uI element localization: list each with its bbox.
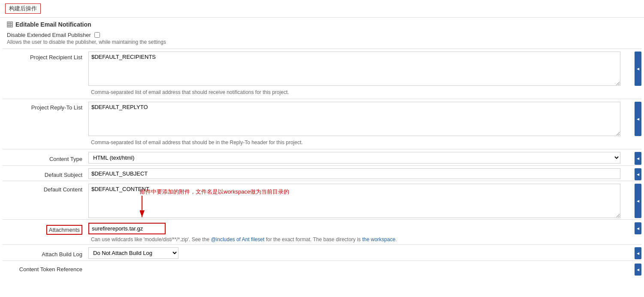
recipient-textarea[interactable]: $DEFAULT_RECIPIENTS	[88, 52, 620, 86]
attachments-row: Attachments surefirereports.tar.gz ◀	[3, 220, 641, 236]
replyto-label: Project Reply-To List	[3, 102, 88, 111]
page-title: 构建后操作	[5, 3, 41, 14]
replyto-hint: Comma-separated list of email address th…	[3, 139, 641, 147]
drag-handle-icon[interactable]	[7, 21, 13, 27]
page-header-area: 构建后操作	[0, 0, 644, 17]
default-subject-side-btn[interactable]: ◀	[635, 168, 641, 180]
attachments-hint-middle: for the exact format. The base directory…	[264, 236, 362, 242]
section-title-area: Editable Email Notification	[3, 18, 641, 30]
default-content-row: Default Content $DEFAULT_CONTENT 邮件中要添加的…	[3, 181, 641, 219]
default-content-side-btn[interactable]: ◀	[635, 184, 641, 218]
content-type-control: HTML (text/html) Plain Text (text/plain)…	[88, 152, 633, 164]
content-token-label: Content Token Reference	[3, 264, 88, 273]
attachments-hint-link1[interactable]: @includes of Ant fileset	[211, 236, 264, 242]
attachments-hint: Can use wildcards like 'module/dist/**/*…	[3, 236, 641, 242]
default-subject-input[interactable]: $DEFAULT_SUBJECT	[88, 168, 620, 179]
default-content-section: Default Content $DEFAULT_CONTENT 邮件中要添加的…	[3, 181, 641, 219]
content-token-side-btn[interactable]: ◀	[635, 264, 641, 276]
default-content-label: Default Content	[3, 184, 88, 193]
replyto-row: Project Reply-To List $DEFAULT_REPLYTO ◀	[3, 99, 641, 137]
disable-extended-row: Disable Extended Email Publisher	[3, 30, 641, 38]
attachments-label: Attachments	[46, 225, 82, 235]
attachments-input[interactable]: surefirereports.tar.gz	[88, 223, 166, 234]
content-type-side-btn[interactable]: ◀	[635, 152, 641, 165]
recipient-row: Project Recipient List $DEFAULT_RECIPIEN…	[3, 49, 641, 87]
main-content: Editable Email Notification Disable Exte…	[0, 18, 644, 274]
recipient-label: Project Recipient List	[3, 52, 88, 61]
attach-build-log-control: Do Not Attach Build Log Attach Build Log…	[88, 247, 633, 259]
disable-extended-hint: Allows the user to disable the publisher…	[3, 38, 641, 47]
attachments-hint-prefix: Can use wildcards like 'module/dist/**/*…	[91, 236, 211, 242]
disable-extended-checkbox[interactable]	[94, 32, 100, 38]
section-title-text: Editable Email Notification	[15, 21, 91, 28]
replyto-control: $DEFAULT_REPLYTO	[88, 102, 633, 137]
recipient-hint: Comma-separated list of email address th…	[3, 88, 641, 97]
default-subject-label: Default Subject	[3, 169, 88, 178]
content-type-select[interactable]: HTML (text/html) Plain Text (text/plain)…	[88, 152, 620, 164]
disable-extended-label: Disable Extended Email Publisher	[7, 32, 91, 38]
default-subject-row: Default Subject $DEFAULT_SUBJECT ◀	[3, 166, 641, 181]
default-subject-control: $DEFAULT_SUBJECT	[88, 168, 633, 179]
attachments-hint-suffix: .	[396, 236, 397, 242]
replyto-side-btn[interactable]: ◀	[635, 102, 641, 136]
attach-build-log-label: Attach Build Log	[3, 249, 88, 258]
attach-build-log-row: Attach Build Log Do Not Attach Build Log…	[3, 245, 641, 261]
default-content-textarea[interactable]: $DEFAULT_CONTENT	[88, 184, 620, 218]
attachments-label-wrapper: Attachments	[3, 222, 88, 235]
default-content-control: $DEFAULT_CONTENT 邮件中要添加的附件，文件名是以workspac…	[88, 184, 633, 219]
attachments-side-btn[interactable]: ◀	[635, 222, 641, 234]
content-type-row: Content Type HTML (text/html) Plain Text…	[3, 149, 641, 165]
attach-build-log-side-btn[interactable]: ◀	[635, 247, 641, 259]
attach-build-log-select[interactable]: Do Not Attach Build Log Attach Build Log…	[88, 247, 178, 259]
attachments-hint-link2[interactable]: the workspace	[362, 236, 395, 242]
replyto-textarea[interactable]: $DEFAULT_REPLYTO	[88, 102, 620, 136]
attachments-control: surefirereports.tar.gz	[88, 223, 633, 234]
content-token-row: Content Token Reference ◀	[3, 261, 641, 274]
page-container: 构建后操作 Editable Email Notification Disabl…	[0, 0, 644, 297]
content-type-label: Content Type	[3, 153, 88, 162]
recipient-control: $DEFAULT_RECIPIENTS	[88, 52, 633, 87]
recipient-side-btn[interactable]: ◀	[635, 52, 641, 86]
